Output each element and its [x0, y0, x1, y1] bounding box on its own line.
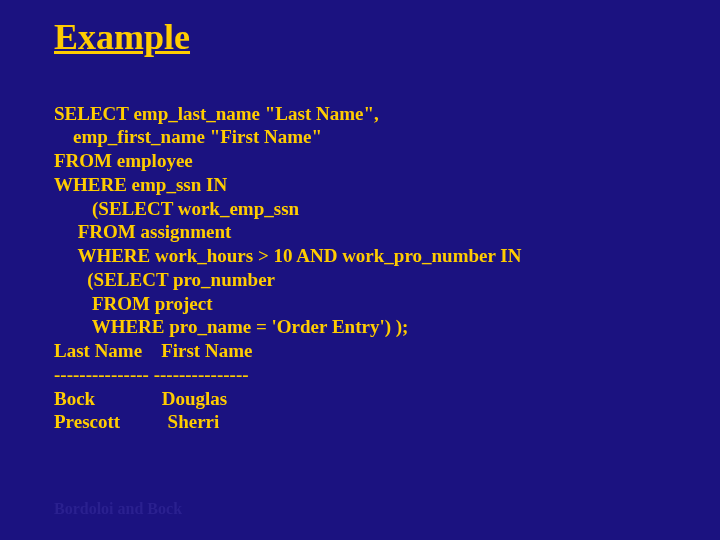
result-header: Last Name First Name [54, 340, 252, 361]
page-title: Example [54, 18, 666, 58]
code-line: (SELECT work_emp_ssn [54, 198, 299, 219]
code-line: WHERE pro_name = 'Order Entry') ); [54, 316, 408, 337]
code-line: (SELECT pro_number [54, 269, 275, 290]
code-line: FROM project [54, 293, 212, 314]
code-line: FROM employee [54, 150, 193, 171]
code-line: WHERE work_hours > 10 AND work_pro_numbe… [54, 245, 521, 266]
result-row: Bock Douglas [54, 388, 227, 409]
code-line: SELECT emp_last_name "Last Name", [54, 103, 379, 124]
code-line: WHERE emp_ssn IN [54, 174, 227, 195]
sql-example-block: SELECT emp_last_name "Last Name", emp_fi… [54, 102, 666, 435]
result-divider: --------------- --------------- [54, 364, 249, 385]
footer-credit: Bordoloi and Bock [54, 500, 182, 518]
code-line: emp_first_name "First Name" [54, 126, 322, 147]
slide: Example SELECT emp_last_name "Last Name"… [0, 0, 720, 540]
result-row: Prescott Sherri [54, 411, 219, 432]
code-line: FROM assignment [54, 221, 231, 242]
